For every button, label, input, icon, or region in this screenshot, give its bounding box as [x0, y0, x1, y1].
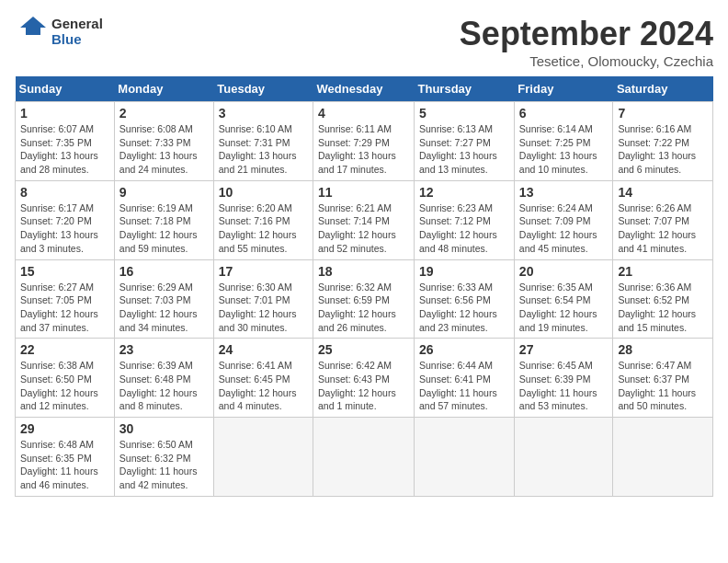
- day-number: 29: [20, 421, 109, 436]
- day-info: Sunrise: 6:23 AM Sunset: 7:12 PM Dayligh…: [419, 201, 509, 256]
- day-cell: [613, 418, 713, 497]
- month-title: September 2024: [460, 15, 713, 53]
- day-info: Sunrise: 6:35 AM Sunset: 6:54 PM Dayligh…: [519, 281, 609, 335]
- day-info: Sunrise: 6:45 AM Sunset: 6:39 PM Dayligh…: [519, 359, 609, 413]
- day-info: Sunrise: 6:48 AM Sunset: 6:35 PM Dayligh…: [20, 438, 109, 492]
- week-row-1: 1Sunrise: 6:07 AM Sunset: 7:35 PM Daylig…: [16, 102, 713, 181]
- day-number: 25: [318, 342, 409, 357]
- day-cell: 7Sunrise: 6:16 AM Sunset: 7:22 PM Daylig…: [613, 102, 713, 181]
- day-cell: 18Sunrise: 6:32 AM Sunset: 6:59 PM Dayli…: [313, 259, 415, 339]
- day-number: 2: [119, 106, 209, 121]
- day-cell: 4Sunrise: 6:11 AM Sunset: 7:29 PM Daylig…: [313, 102, 415, 181]
- day-cell: [213, 418, 313, 497]
- day-number: 10: [219, 185, 308, 200]
- day-info: Sunrise: 6:21 AM Sunset: 7:14 PM Dayligh…: [318, 201, 409, 256]
- day-header-monday: Monday: [114, 76, 213, 102]
- week-row-4: 22Sunrise: 6:38 AM Sunset: 6:50 PM Dayli…: [16, 339, 713, 418]
- header: General Blue September 2024 Tesetice, Ol…: [15, 15, 713, 69]
- calendar-body: 1Sunrise: 6:07 AM Sunset: 7:35 PM Daylig…: [16, 102, 713, 497]
- day-header-thursday: Thursday: [415, 76, 515, 102]
- day-number: 1: [20, 106, 109, 121]
- day-info: Sunrise: 6:11 AM Sunset: 7:29 PM Dayligh…: [318, 122, 409, 177]
- day-cell: 11Sunrise: 6:21 AM Sunset: 7:14 PM Dayli…: [313, 180, 415, 259]
- day-number: 7: [618, 106, 708, 121]
- day-info: Sunrise: 6:33 AM Sunset: 6:56 PM Dayligh…: [419, 281, 509, 335]
- day-info: Sunrise: 6:14 AM Sunset: 7:25 PM Dayligh…: [519, 122, 609, 177]
- day-number: 30: [119, 421, 209, 436]
- day-number: 15: [20, 264, 109, 279]
- day-info: Sunrise: 6:44 AM Sunset: 6:41 PM Dayligh…: [419, 359, 509, 413]
- day-number: 24: [219, 342, 308, 357]
- day-number: 8: [20, 185, 109, 200]
- logo: General Blue: [15, 15, 103, 48]
- calendar-header: SundayMondayTuesdayWednesdayThursdayFrid…: [16, 76, 713, 102]
- day-info: Sunrise: 6:30 AM Sunset: 7:01 PM Dayligh…: [219, 281, 308, 335]
- subtitle: Tesetice, Olomoucky, Czechia: [460, 53, 713, 69]
- day-info: Sunrise: 6:50 AM Sunset: 6:32 PM Dayligh…: [119, 438, 209, 492]
- day-number: 18: [318, 264, 409, 279]
- day-number: 23: [119, 342, 209, 357]
- day-cell: 24Sunrise: 6:41 AM Sunset: 6:45 PM Dayli…: [213, 339, 313, 418]
- day-cell: [514, 418, 613, 497]
- day-number: 6: [519, 106, 609, 121]
- day-info: Sunrise: 6:13 AM Sunset: 7:27 PM Dayligh…: [419, 122, 509, 177]
- day-number: 26: [419, 342, 509, 357]
- day-info: Sunrise: 6:24 AM Sunset: 7:09 PM Dayligh…: [519, 201, 609, 256]
- day-info: Sunrise: 6:27 AM Sunset: 7:05 PM Dayligh…: [20, 281, 109, 335]
- day-cell: 13Sunrise: 6:24 AM Sunset: 7:09 PM Dayli…: [514, 180, 613, 259]
- day-number: 11: [318, 185, 409, 200]
- day-number: 9: [119, 185, 209, 200]
- calendar-table: SundayMondayTuesdayWednesdayThursdayFrid…: [15, 76, 713, 497]
- day-number: 13: [519, 185, 609, 200]
- day-info: Sunrise: 6:19 AM Sunset: 7:18 PM Dayligh…: [119, 201, 209, 256]
- week-row-5: 29Sunrise: 6:48 AM Sunset: 6:35 PM Dayli…: [16, 418, 713, 497]
- day-number: 28: [618, 342, 708, 357]
- day-cell: 5Sunrise: 6:13 AM Sunset: 7:27 PM Daylig…: [415, 102, 515, 181]
- day-cell: 10Sunrise: 6:20 AM Sunset: 7:16 PM Dayli…: [213, 180, 313, 259]
- day-cell: 16Sunrise: 6:29 AM Sunset: 7:03 PM Dayli…: [114, 259, 213, 339]
- day-number: 14: [618, 185, 708, 200]
- day-cell: 19Sunrise: 6:33 AM Sunset: 6:56 PM Dayli…: [415, 259, 515, 339]
- day-cell: 14Sunrise: 6:26 AM Sunset: 7:07 PM Dayli…: [613, 180, 713, 259]
- day-number: 4: [318, 106, 409, 121]
- logo-blue: Blue: [51, 31, 82, 47]
- day-number: 19: [419, 264, 509, 279]
- day-info: Sunrise: 6:26 AM Sunset: 7:07 PM Dayligh…: [618, 201, 708, 256]
- day-number: 5: [419, 106, 509, 121]
- day-header-wednesday: Wednesday: [313, 76, 415, 102]
- day-header-saturday: Saturday: [613, 76, 713, 102]
- day-cell: 12Sunrise: 6:23 AM Sunset: 7:12 PM Dayli…: [415, 180, 515, 259]
- day-info: Sunrise: 6:38 AM Sunset: 6:50 PM Dayligh…: [20, 359, 109, 413]
- day-info: Sunrise: 6:41 AM Sunset: 6:45 PM Dayligh…: [219, 359, 308, 413]
- day-header-tuesday: Tuesday: [213, 76, 313, 102]
- day-cell: 28Sunrise: 6:47 AM Sunset: 6:37 PM Dayli…: [613, 339, 713, 418]
- day-info: Sunrise: 6:16 AM Sunset: 7:22 PM Dayligh…: [618, 122, 708, 177]
- day-cell: 29Sunrise: 6:48 AM Sunset: 6:35 PM Dayli…: [16, 418, 115, 497]
- day-cell: 25Sunrise: 6:42 AM Sunset: 6:43 PM Dayli…: [313, 339, 415, 418]
- day-number: 22: [20, 342, 109, 357]
- day-info: Sunrise: 6:42 AM Sunset: 6:43 PM Dayligh…: [318, 359, 409, 413]
- day-cell: 20Sunrise: 6:35 AM Sunset: 6:54 PM Dayli…: [514, 259, 613, 339]
- day-cell: [415, 418, 515, 497]
- day-cell: 17Sunrise: 6:30 AM Sunset: 7:01 PM Dayli…: [213, 259, 313, 339]
- day-cell: 23Sunrise: 6:39 AM Sunset: 6:48 PM Dayli…: [114, 339, 213, 418]
- day-cell: 22Sunrise: 6:38 AM Sunset: 6:50 PM Dayli…: [16, 339, 115, 418]
- day-info: Sunrise: 6:08 AM Sunset: 7:33 PM Dayligh…: [119, 122, 209, 177]
- day-number: 21: [618, 264, 708, 279]
- day-header-friday: Friday: [514, 76, 613, 102]
- day-cell: 27Sunrise: 6:45 AM Sunset: 6:39 PM Dayli…: [514, 339, 613, 418]
- title-area: September 2024 Tesetice, Olomoucky, Czec…: [460, 15, 713, 69]
- day-cell: 30Sunrise: 6:50 AM Sunset: 6:32 PM Dayli…: [114, 418, 213, 497]
- logo-general: General: [51, 16, 103, 31]
- day-cell: 3Sunrise: 6:10 AM Sunset: 7:31 PM Daylig…: [213, 102, 313, 181]
- day-info: Sunrise: 6:10 AM Sunset: 7:31 PM Dayligh…: [219, 122, 308, 177]
- day-info: Sunrise: 6:20 AM Sunset: 7:16 PM Dayligh…: [219, 201, 308, 256]
- day-cell: [313, 418, 415, 497]
- day-number: 12: [419, 185, 509, 200]
- day-cell: 21Sunrise: 6:36 AM Sunset: 6:52 PM Dayli…: [613, 259, 713, 339]
- day-number: 17: [219, 264, 308, 279]
- day-info: Sunrise: 6:17 AM Sunset: 7:20 PM Dayligh…: [20, 201, 109, 256]
- day-header-sunday: Sunday: [16, 76, 115, 102]
- day-info: Sunrise: 6:29 AM Sunset: 7:03 PM Dayligh…: [119, 281, 209, 335]
- day-info: Sunrise: 6:36 AM Sunset: 6:52 PM Dayligh…: [618, 281, 708, 335]
